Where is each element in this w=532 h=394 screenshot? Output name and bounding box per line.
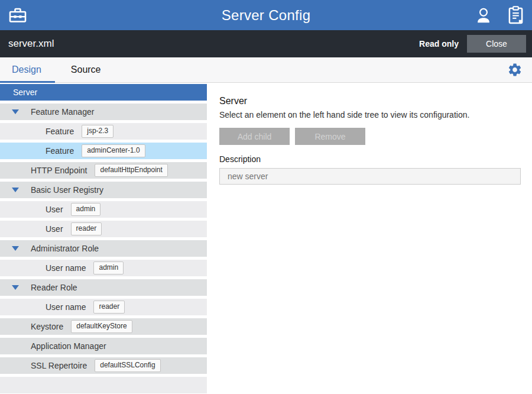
app-header: Server Config bbox=[0, 0, 532, 30]
tree-item-keystore-defaultkeystore[interactable]: KeystoredefaultKeyStore bbox=[0, 318, 207, 335]
file-bar: server.xml Read only Close bbox=[0, 30, 532, 57]
app-title: Server Config bbox=[0, 7, 532, 24]
tree-item-administrator-role[interactable]: Administrator Role bbox=[0, 240, 207, 257]
tree-item-label: SSL Repertoire bbox=[31, 361, 87, 370]
tree-item-user-name-reader[interactable]: User namereader bbox=[0, 299, 207, 315]
tree-item-user-reader[interactable]: Userreader bbox=[0, 221, 207, 237]
tree-item-label: Reader Role bbox=[31, 283, 77, 292]
tree-item-label: Administrator Role bbox=[31, 244, 99, 253]
tree-item-label: User name bbox=[46, 263, 86, 273]
tree-item-ssl-repertoire-defaultsslconfig[interactable]: SSL RepertoiredefaultSSLConfig bbox=[0, 357, 207, 374]
tree-item-badge: defaultSSLConfig bbox=[95, 359, 160, 373]
tree-item-badge: reader bbox=[71, 222, 102, 236]
tree-item-user-name-admin[interactable]: User nameadmin bbox=[0, 260, 207, 276]
tree-item-feature-jsp-2.3[interactable]: Featurejsp-2.3 bbox=[0, 123, 207, 140]
tree-item-badge: defaultHttpEndpoint bbox=[95, 164, 167, 177]
tree-item-feature-manager[interactable]: Feature Manager bbox=[0, 104, 207, 120]
description-input[interactable] bbox=[219, 168, 521, 185]
tree-item-label: Feature Manager bbox=[31, 107, 94, 117]
tree-item-user-admin[interactable]: Useradmin bbox=[0, 201, 207, 218]
add-child-button[interactable]: Add child bbox=[219, 128, 290, 145]
tree-item-label: HTTP Endpoint bbox=[31, 166, 87, 175]
tree-item-application-manager[interactable]: Application Manager bbox=[0, 338, 207, 354]
remove-button[interactable]: Remove bbox=[295, 128, 365, 145]
tree-item-label: Application Manager bbox=[31, 341, 106, 351]
readonly-status: Read only bbox=[419, 39, 459, 49]
main-area: ServerFeature ManagerFeaturejsp-2.3Featu… bbox=[0, 83, 532, 394]
tree-item-label: Basic User Registry bbox=[31, 185, 103, 195]
config-tree: ServerFeature ManagerFeaturejsp-2.3Featu… bbox=[0, 83, 207, 394]
tab-source[interactable]: Source bbox=[71, 64, 101, 75]
tab-design[interactable]: Design bbox=[12, 64, 41, 75]
tree-item-label: Keystore bbox=[31, 322, 63, 331]
tree-item-label: Feature bbox=[46, 146, 74, 156]
tree-item-badge: admin bbox=[93, 261, 124, 275]
tree-item-empty bbox=[0, 377, 207, 393]
tree-item-badge: admin bbox=[71, 203, 101, 217]
tree-item-label: User bbox=[46, 224, 63, 234]
tab-bar: Design Source bbox=[0, 57, 532, 83]
chevron-down-icon[interactable] bbox=[12, 188, 19, 192]
chevron-down-icon[interactable] bbox=[12, 285, 19, 290]
tree-item-label: User name bbox=[46, 302, 86, 312]
description-label: Description bbox=[219, 154, 521, 164]
tree-item-label: User bbox=[46, 205, 63, 214]
tree-item-reader-role[interactable]: Reader Role bbox=[0, 279, 207, 296]
tree-item-badge: adminCenter-1.0 bbox=[82, 144, 145, 158]
tree-item-label: Server bbox=[13, 88, 37, 97]
tree-item-http-endpoint-defaulthttpendpoint[interactable]: HTTP EndpointdefaultHttpEndpoint bbox=[0, 162, 207, 179]
active-tab-underline bbox=[0, 81, 55, 83]
detail-panel: Server Select an element on the left han… bbox=[207, 83, 532, 394]
tree-item-server[interactable]: Server bbox=[0, 84, 207, 101]
detail-subtitle: Select an element on the left hand side … bbox=[219, 110, 521, 120]
tree-item-label: Feature bbox=[46, 127, 74, 136]
gear-icon[interactable] bbox=[507, 62, 523, 80]
detail-title: Server bbox=[219, 96, 521, 106]
close-button[interactable]: Close bbox=[467, 35, 526, 53]
chevron-down-icon[interactable] bbox=[12, 109, 19, 114]
filename: server.xml bbox=[8, 38, 54, 50]
tree-item-badge: jsp-2.3 bbox=[82, 125, 113, 138]
tree-item-badge: reader bbox=[93, 301, 125, 314]
tree-item-basic-user-registry[interactable]: Basic User Registry bbox=[0, 182, 207, 198]
tree-item-badge: defaultKeyStore bbox=[71, 320, 132, 334]
tree-item-feature-admincenter-1.0[interactable]: FeatureadminCenter-1.0 bbox=[0, 143, 207, 159]
chevron-down-icon[interactable] bbox=[12, 246, 19, 251]
